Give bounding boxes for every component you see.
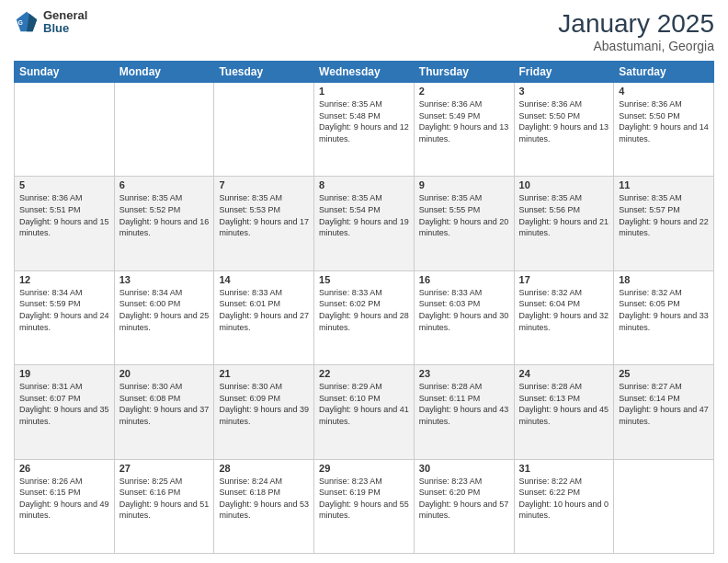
week-row-1: 1Sunrise: 8:35 AM Sunset: 5:48 PM Daylig… [15, 83, 714, 177]
day-cell: 25Sunrise: 8:27 AM Sunset: 6:14 PM Dayli… [614, 365, 714, 459]
day-cell: 28Sunrise: 8:24 AM Sunset: 6:18 PM Dayli… [214, 459, 314, 553]
week-row-2: 5Sunrise: 8:36 AM Sunset: 5:51 PM Daylig… [15, 177, 714, 270]
day-cell: 17Sunrise: 8:32 AM Sunset: 6:04 PM Dayli… [514, 270, 614, 364]
day-info: Sunrise: 8:35 AM Sunset: 5:53 PM Dayligh… [219, 192, 309, 238]
day-cell: 13Sunrise: 8:34 AM Sunset: 6:00 PM Dayli… [114, 270, 214, 364]
week-row-3: 12Sunrise: 8:34 AM Sunset: 5:59 PM Dayli… [15, 270, 714, 364]
day-number: 11 [619, 179, 709, 190]
title-area: January 2025 Abastumani, Georgia [558, 9, 714, 53]
day-info: Sunrise: 8:35 AM Sunset: 5:55 PM Dayligh… [419, 192, 509, 238]
day-cell [114, 83, 214, 177]
day-cell: 19Sunrise: 8:31 AM Sunset: 6:07 PM Dayli… [15, 365, 115, 459]
day-cell: 21Sunrise: 8:30 AM Sunset: 6:09 PM Dayli… [214, 365, 314, 459]
day-info: Sunrise: 8:36 AM Sunset: 5:51 PM Dayligh… [19, 192, 109, 238]
day-info: Sunrise: 8:35 AM Sunset: 5:56 PM Dayligh… [519, 192, 609, 238]
day-info: Sunrise: 8:25 AM Sunset: 6:16 PM Dayligh… [119, 476, 210, 522]
weekday-header-thursday: Thursday [414, 62, 514, 83]
day-cell: 23Sunrise: 8:28 AM Sunset: 6:11 PM Dayli… [414, 365, 514, 459]
weekday-header-tuesday: Tuesday [214, 62, 314, 83]
day-info: Sunrise: 8:23 AM Sunset: 6:20 PM Dayligh… [419, 476, 509, 522]
logo-text: General Blue [43, 9, 87, 36]
day-cell: 22Sunrise: 8:29 AM Sunset: 6:10 PM Dayli… [314, 365, 415, 459]
day-cell: 8Sunrise: 8:35 AM Sunset: 5:54 PM Daylig… [314, 177, 415, 270]
day-number: 1 [319, 86, 409, 97]
day-cell: 15Sunrise: 8:33 AM Sunset: 6:02 PM Dayli… [314, 270, 415, 364]
calendar-table: SundayMondayTuesdayWednesdayThursdayFrid… [14, 61, 714, 554]
day-cell: 7Sunrise: 8:35 AM Sunset: 5:53 PM Daylig… [214, 177, 314, 270]
day-cell: 1Sunrise: 8:35 AM Sunset: 5:48 PM Daylig… [314, 83, 415, 177]
day-info: Sunrise: 8:26 AM Sunset: 6:15 PM Dayligh… [19, 476, 109, 522]
day-info: Sunrise: 8:33 AM Sunset: 6:03 PM Dayligh… [419, 287, 509, 333]
day-number: 30 [419, 463, 509, 474]
day-number: 8 [319, 179, 409, 190]
day-info: Sunrise: 8:34 AM Sunset: 6:00 PM Dayligh… [119, 287, 210, 333]
day-cell: 16Sunrise: 8:33 AM Sunset: 6:03 PM Dayli… [414, 270, 514, 364]
day-cell: 11Sunrise: 8:35 AM Sunset: 5:57 PM Dayli… [614, 177, 714, 270]
week-row-5: 26Sunrise: 8:26 AM Sunset: 6:15 PM Dayli… [15, 459, 714, 553]
day-info: Sunrise: 8:30 AM Sunset: 6:08 PM Dayligh… [119, 381, 210, 427]
day-info: Sunrise: 8:34 AM Sunset: 5:59 PM Dayligh… [19, 287, 109, 333]
week-row-4: 19Sunrise: 8:31 AM Sunset: 6:07 PM Dayli… [15, 365, 714, 459]
day-cell: 4Sunrise: 8:36 AM Sunset: 5:50 PM Daylig… [614, 83, 714, 177]
weekday-header-monday: Monday [114, 62, 214, 83]
day-info: Sunrise: 8:36 AM Sunset: 5:50 PM Dayligh… [619, 98, 709, 144]
day-number: 14 [219, 274, 309, 285]
day-number: 27 [119, 463, 210, 474]
weekday-header-row: SundayMondayTuesdayWednesdayThursdayFrid… [15, 62, 714, 83]
day-cell [15, 83, 115, 177]
header: G General Blue January 2025 Abastumani, … [14, 9, 714, 53]
day-number: 13 [119, 274, 210, 285]
day-number: 21 [219, 368, 309, 379]
day-number: 18 [619, 274, 709, 285]
page: G General Blue January 2025 Abastumani, … [0, 0, 728, 563]
day-cell [614, 459, 714, 553]
day-cell: 27Sunrise: 8:25 AM Sunset: 6:16 PM Dayli… [114, 459, 214, 553]
day-info: Sunrise: 8:30 AM Sunset: 6:09 PM Dayligh… [219, 381, 309, 427]
day-number: 31 [519, 463, 609, 474]
day-cell: 2Sunrise: 8:36 AM Sunset: 5:49 PM Daylig… [414, 83, 514, 177]
day-number: 29 [319, 463, 409, 474]
logo-general-text: General [43, 9, 87, 22]
day-number: 9 [419, 179, 509, 190]
day-info: Sunrise: 8:22 AM Sunset: 6:22 PM Dayligh… [519, 476, 609, 522]
logo: G General Blue [14, 9, 87, 36]
day-info: Sunrise: 8:35 AM Sunset: 5:48 PM Dayligh… [319, 98, 409, 144]
location: Abastumani, Georgia [558, 39, 714, 53]
day-number: 6 [119, 179, 210, 190]
day-cell: 20Sunrise: 8:30 AM Sunset: 6:08 PM Dayli… [114, 365, 214, 459]
day-cell: 12Sunrise: 8:34 AM Sunset: 5:59 PM Dayli… [15, 270, 115, 364]
weekday-header-sunday: Sunday [15, 62, 115, 83]
day-cell: 10Sunrise: 8:35 AM Sunset: 5:56 PM Dayli… [514, 177, 614, 270]
day-number: 25 [619, 368, 709, 379]
weekday-header-friday: Friday [514, 62, 614, 83]
day-info: Sunrise: 8:32 AM Sunset: 6:04 PM Dayligh… [519, 287, 609, 333]
day-number: 23 [419, 368, 509, 379]
day-cell: 29Sunrise: 8:23 AM Sunset: 6:19 PM Dayli… [314, 459, 415, 553]
day-info: Sunrise: 8:28 AM Sunset: 6:13 PM Dayligh… [519, 381, 609, 427]
day-info: Sunrise: 8:36 AM Sunset: 5:49 PM Dayligh… [419, 98, 509, 144]
logo-icon: G [14, 9, 40, 35]
day-cell: 14Sunrise: 8:33 AM Sunset: 6:01 PM Dayli… [214, 270, 314, 364]
day-number: 20 [119, 368, 210, 379]
day-number: 24 [519, 368, 609, 379]
month-title: January 2025 [558, 9, 714, 39]
day-info: Sunrise: 8:35 AM Sunset: 5:54 PM Dayligh… [319, 192, 409, 238]
day-info: Sunrise: 8:28 AM Sunset: 6:11 PM Dayligh… [419, 381, 509, 427]
day-info: Sunrise: 8:35 AM Sunset: 5:57 PM Dayligh… [619, 192, 709, 238]
day-cell: 5Sunrise: 8:36 AM Sunset: 5:51 PM Daylig… [15, 177, 115, 270]
day-cell: 30Sunrise: 8:23 AM Sunset: 6:20 PM Dayli… [414, 459, 514, 553]
day-cell: 26Sunrise: 8:26 AM Sunset: 6:15 PM Dayli… [15, 459, 115, 553]
day-number: 16 [419, 274, 509, 285]
day-number: 22 [319, 368, 409, 379]
day-number: 7 [219, 179, 309, 190]
day-info: Sunrise: 8:33 AM Sunset: 6:02 PM Dayligh… [319, 287, 409, 333]
day-info: Sunrise: 8:29 AM Sunset: 6:10 PM Dayligh… [319, 381, 409, 427]
day-number: 26 [19, 463, 109, 474]
day-number: 15 [319, 274, 409, 285]
day-cell: 9Sunrise: 8:35 AM Sunset: 5:55 PM Daylig… [414, 177, 514, 270]
day-info: Sunrise: 8:23 AM Sunset: 6:19 PM Dayligh… [319, 476, 409, 522]
logo-blue-text: Blue [43, 22, 87, 35]
day-number: 12 [19, 274, 109, 285]
weekday-header-wednesday: Wednesday [314, 62, 415, 83]
day-number: 4 [619, 86, 709, 97]
